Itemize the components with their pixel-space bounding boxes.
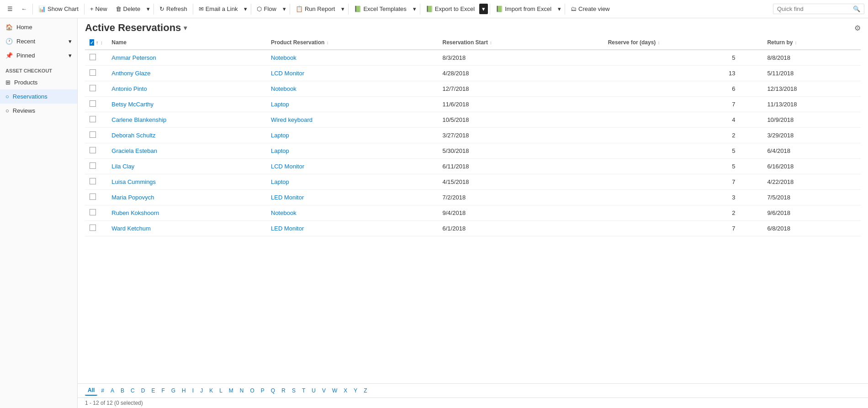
name-link-5[interactable]: Deborah Schultz (111, 132, 155, 139)
sidebar-recent[interactable]: 🕐 Recent ▾ (0, 34, 77, 48)
row-product-5[interactable]: Laptop (266, 128, 438, 143)
filter-icon[interactable]: ⚙ (854, 24, 861, 32)
row-check-10[interactable] (85, 205, 107, 221)
row-name-3[interactable]: Betsy McCarthy (107, 97, 266, 112)
alpha-btn-f[interactable]: F (159, 386, 167, 395)
column-header-start[interactable]: Reservation Start ↕ (438, 36, 603, 50)
row-name-1[interactable]: Anthony Glaze (107, 66, 266, 81)
row-check-7[interactable] (85, 159, 107, 174)
row-product-2[interactable]: Notebook (266, 81, 438, 97)
name-link-1[interactable]: Anthony Glaze (111, 70, 150, 77)
row-checkbox-7[interactable] (90, 162, 96, 169)
import-chevron[interactable]: ▾ (556, 4, 563, 14)
flow-chevron[interactable]: ▾ (281, 4, 288, 14)
alpha-btn-p[interactable]: P (258, 386, 267, 395)
sidebar-home[interactable]: 🏠 Home (0, 20, 77, 34)
alpha-btn-m[interactable]: M (226, 386, 236, 395)
create-view-button[interactable]: 🗂 Create view (567, 4, 614, 14)
row-product-7[interactable]: LCD Monitor (266, 159, 438, 174)
row-checkbox-0[interactable] (90, 54, 96, 60)
row-checkbox-5[interactable] (90, 131, 96, 138)
row-checkbox-3[interactable] (90, 100, 96, 107)
column-header-product[interactable]: Product Reservation ↕ (266, 36, 438, 50)
product-link-2[interactable]: Notebook (271, 85, 296, 92)
row-name-0[interactable]: Ammar Peterson (107, 50, 266, 66)
sidebar-item-reviews[interactable]: ○ Reviews (0, 104, 77, 118)
alpha-btn-e[interactable]: E (148, 386, 158, 395)
alpha-btn-y[interactable]: Y (351, 386, 360, 395)
row-check-11[interactable] (85, 221, 107, 236)
excel-templates-chevron[interactable]: ▾ (411, 4, 418, 14)
alpha-btn-all[interactable]: All (85, 386, 97, 396)
row-check-1[interactable] (85, 66, 107, 81)
product-link-7[interactable]: LCD Monitor (271, 163, 304, 170)
alpha-btn-o[interactable]: O (248, 386, 257, 395)
alpha-btn-r[interactable]: R (279, 386, 288, 395)
row-check-3[interactable] (85, 97, 107, 112)
show-chart-button[interactable]: 📊 Show Chart (35, 4, 82, 14)
row-checkbox-2[interactable] (90, 85, 96, 91)
excel-templates-button[interactable]: 📗 Excel Templates (350, 4, 410, 14)
alpha-btn-z[interactable]: Z (361, 386, 370, 395)
alpha-btn-k[interactable]: K (206, 386, 216, 395)
product-link-1[interactable]: LCD Monitor (271, 70, 304, 77)
row-check-8[interactable] (85, 174, 107, 190)
row-product-6[interactable]: Laptop (266, 143, 438, 159)
run-report-button[interactable]: 📋 Run Report (292, 4, 339, 14)
row-checkbox-8[interactable] (90, 178, 96, 184)
refresh-button[interactable]: ↻ Refresh (156, 4, 191, 14)
row-check-2[interactable] (85, 81, 107, 97)
product-link-11[interactable]: LED Monitor (271, 225, 304, 232)
alpha-btn-g[interactable]: G (169, 386, 178, 395)
row-name-9[interactable]: Maria Popovych (107, 190, 266, 205)
name-link-8[interactable]: Luisa Cummings (111, 178, 156, 185)
alpha-btn-h[interactable]: H (179, 386, 189, 395)
row-check-9[interactable] (85, 190, 107, 205)
new-button[interactable]: + New (86, 4, 111, 14)
alpha-btn-x[interactable]: X (341, 386, 350, 395)
row-check-4[interactable] (85, 112, 107, 128)
alpha-btn-u[interactable]: U (309, 386, 318, 395)
product-link-9[interactable]: LED Monitor (271, 194, 304, 201)
alpha-btn-#[interactable]: # (98, 386, 107, 395)
row-product-4[interactable]: Wired keyboard (266, 112, 438, 128)
column-header-days[interactable]: Reserve for (days) ↕ (603, 36, 763, 50)
product-link-8[interactable]: Laptop (271, 178, 289, 185)
row-name-6[interactable]: Graciela Esteban (107, 143, 266, 159)
row-checkbox-11[interactable] (90, 225, 96, 231)
alpha-btn-v[interactable]: V (319, 386, 328, 395)
email-link-button[interactable]: ✉ Email a Link (195, 4, 242, 14)
row-check-6[interactable] (85, 143, 107, 159)
row-check-5[interactable] (85, 128, 107, 143)
alpha-btn-s[interactable]: S (289, 386, 298, 395)
row-checkbox-10[interactable] (90, 209, 96, 215)
row-name-5[interactable]: Deborah Schultz (107, 128, 266, 143)
alpha-btn-j[interactable]: J (197, 386, 206, 395)
sidebar-item-products[interactable]: ⊞ Products (0, 75, 77, 89)
name-link-2[interactable]: Antonio Pinto (111, 85, 147, 92)
product-link-4[interactable]: Wired keyboard (271, 116, 312, 123)
name-link-6[interactable]: Graciela Esteban (111, 147, 157, 154)
row-checkbox-6[interactable] (90, 147, 96, 153)
row-product-11[interactable]: LED Monitor (266, 221, 438, 236)
name-link-10[interactable]: Ruben Kokshoorn (111, 209, 159, 216)
name-link-7[interactable]: Lila Clay (111, 163, 134, 170)
flow-button[interactable]: ⬡ Flow (253, 4, 280, 14)
row-product-1[interactable]: LCD Monitor (266, 66, 438, 81)
column-header-check[interactable]: ✓ ↑ ↕ (85, 36, 107, 50)
alpha-btn-l[interactable]: L (217, 386, 225, 395)
import-excel-button[interactable]: 📗 Import from Excel (492, 4, 555, 14)
column-header-name[interactable]: Name (107, 36, 266, 50)
row-product-10[interactable]: Notebook (266, 205, 438, 221)
row-checkbox-4[interactable] (90, 116, 96, 122)
alpha-btn-d[interactable]: D (138, 386, 148, 395)
select-all-checkbox[interactable]: ✓ (90, 39, 94, 46)
product-link-6[interactable]: Laptop (271, 147, 289, 154)
row-name-8[interactable]: Luisa Cummings (107, 174, 266, 190)
row-name-10[interactable]: Ruben Kokshoorn (107, 205, 266, 221)
row-product-3[interactable]: Laptop (266, 97, 438, 112)
row-check-0[interactable] (85, 50, 107, 66)
name-link-11[interactable]: Ward Ketchum (111, 225, 151, 232)
row-product-8[interactable]: Laptop (266, 174, 438, 190)
export-chevron[interactable]: ▾ (479, 4, 488, 14)
